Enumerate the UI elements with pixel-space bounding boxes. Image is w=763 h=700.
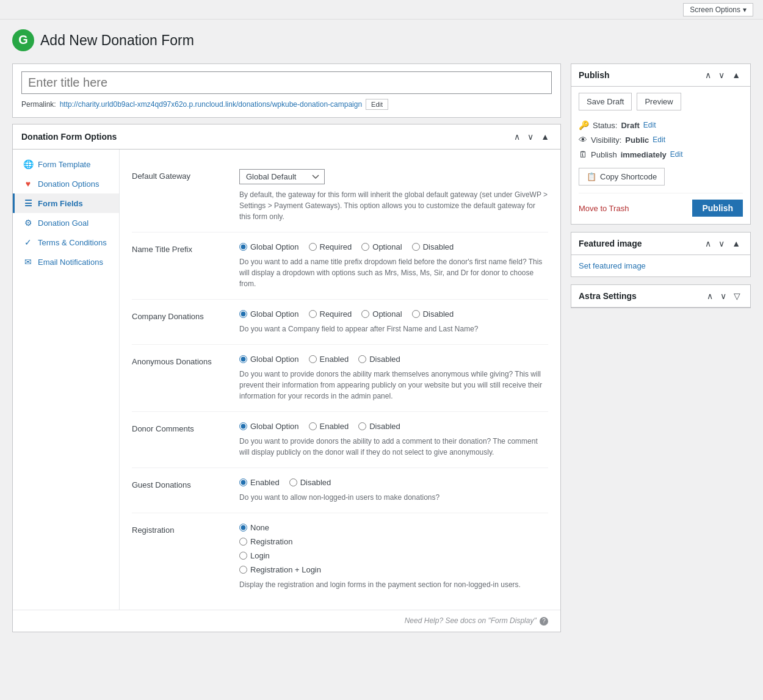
radio-disabled-cd[interactable]	[412, 310, 420, 318]
radio-option-global-option-dc[interactable]: Global Option	[239, 422, 299, 431]
radio-option-enabled-dc[interactable]: Enabled	[309, 422, 349, 431]
screen-options-button[interactable]: Screen Options ▾	[683, 3, 753, 16]
radio-disabled-ntp[interactable]	[412, 243, 420, 251]
default-gateway-select[interactable]: Global Default Stripe PayPal	[239, 169, 325, 184]
permalink-edit-button[interactable]: Edit	[366, 99, 388, 110]
radio-option-required-cd[interactable]: Required	[309, 309, 352, 319]
radio-option-login-reg[interactable]: Login	[239, 551, 548, 560]
featured-image-toggle-button[interactable]: ▲	[729, 237, 743, 250]
radio-global-option-dc[interactable]	[239, 422, 247, 430]
radio-group-name-title-prefix: Global Option Required Optional Disabled	[239, 242, 548, 251]
featured-image-panel: Featured image ∧ ∨ ▲ Set featured image	[571, 232, 751, 277]
radio-login-reg[interactable]	[239, 552, 247, 560]
company-donations-desc: Do you want a Company field to appear af…	[239, 323, 548, 334]
field-row-default-gateway: Default Gateway Global Default Stripe Pa…	[132, 159, 548, 233]
radio-group-guest-donations: Enabled Disabled	[239, 478, 548, 487]
sidebar-item-terms-conditions[interactable]: ✓ Terms & Conditions	[13, 233, 119, 252]
radio-registration-reg[interactable]	[239, 538, 247, 546]
astra-toggle-button[interactable]: ▽	[731, 290, 743, 302]
radio-option-global-option-ntp[interactable]: Global Option	[239, 242, 299, 251]
copy-shortcode-button[interactable]: 📋 Copy Shortcode	[579, 168, 665, 186]
astra-up-button[interactable]: ∧	[704, 290, 715, 302]
panel-collapse-up-button[interactable]: ∧	[512, 131, 523, 143]
left-column: WPKube Donation Campaign Permalink: http…	[12, 63, 561, 632]
featured-image-down-button[interactable]: ∨	[716, 237, 727, 250]
right-column: Publish ∧ ∨ ▲ Save Draft Preview 🔑 Statu…	[571, 63, 751, 632]
radio-option-optional-ntp[interactable]: Optional	[361, 242, 402, 251]
radio-required-ntp[interactable]	[309, 243, 317, 251]
sidebar-item-form-fields[interactable]: ☰ Form Fields	[13, 193, 119, 213]
radio-option-disabled-ntp[interactable]: Disabled	[412, 242, 454, 251]
radio-optional-ntp[interactable]	[361, 243, 369, 251]
donation-form-options-panel: Donation Form Options ∧ ∨ ▲ 🌐 Form Templ…	[12, 124, 561, 632]
radio-disabled-ad[interactable]	[358, 355, 366, 363]
publish-time-edit-link[interactable]: Edit	[670, 150, 683, 159]
publish-panel-title: Publish	[579, 70, 610, 80]
radio-disabled-dc[interactable]	[358, 422, 366, 430]
radio-option-disabled-ad[interactable]: Disabled	[358, 355, 400, 364]
svg-text:G: G	[18, 33, 28, 46]
radio-option-optional-cd[interactable]: Optional	[361, 309, 402, 319]
publish-panel-down-button[interactable]: ∨	[716, 69, 727, 81]
publish-time-row: 🗓 Publish immediately Edit	[579, 147, 743, 162]
donation-options-icon: ♥	[23, 179, 33, 189]
set-featured-image-link[interactable]: Set featured image	[579, 261, 646, 270]
radio-option-enabled-gd[interactable]: Enabled	[239, 478, 280, 487]
screen-options-label: Screen Options	[690, 5, 740, 14]
radio-option-disabled-gd[interactable]: Disabled	[289, 478, 331, 487]
status-edit-link[interactable]: Edit	[643, 121, 656, 129]
nav-label-email-notifications: Email Notifications	[38, 258, 103, 267]
radio-global-option-ntp[interactable]	[239, 243, 247, 251]
radio-option-disabled-cd[interactable]: Disabled	[412, 309, 454, 319]
sidebar-item-donation-goal[interactable]: ⚙ Donation Goal	[13, 213, 119, 233]
sidebar-item-donation-options[interactable]: ♥ Donation Options	[13, 174, 119, 193]
publish-panel-header: Publish ∧ ∨ ▲	[571, 64, 750, 87]
save-draft-button[interactable]: Save Draft	[579, 93, 632, 110]
radio-optional-cd[interactable]	[361, 310, 369, 318]
copy-icon: 📋	[587, 172, 596, 181]
radio-option-global-option-ad[interactable]: Global Option	[239, 355, 299, 364]
radio-enabled-dc[interactable]	[309, 422, 317, 430]
radio-enabled-gd[interactable]	[239, 478, 247, 486]
featured-image-header: Featured image ∧ ∨ ▲	[571, 233, 750, 255]
astra-settings-title: Astra Settings	[579, 291, 637, 301]
radio-option-global-option-cd[interactable]: Global Option	[239, 309, 299, 319]
radio-option-required-ntp[interactable]: Required	[309, 242, 352, 251]
astra-down-button[interactable]: ∨	[718, 290, 729, 302]
field-controls-company-donations: Global Option Required Optional Disabled	[239, 309, 548, 334]
featured-image-up-button[interactable]: ∧	[703, 237, 714, 250]
radio-none-reg[interactable]	[239, 524, 247, 532]
field-row-donor-comments: Donor Comments Global Option Enabled	[132, 412, 548, 468]
radio-required-cd[interactable]	[309, 310, 317, 318]
panel-collapse-down-button[interactable]: ∨	[525, 131, 536, 143]
visibility-edit-link[interactable]: Edit	[653, 135, 665, 144]
move-to-trash-link[interactable]: Move to Trash	[579, 204, 629, 213]
panel-body: 🌐 Form Template ♥ Donation Options ☰ For…	[13, 150, 560, 610]
radio-registration-login-reg[interactable]	[239, 566, 247, 574]
field-row-guest-donations: Guest Donations Enabled Disabled Do y	[132, 468, 548, 513]
radio-global-option-cd[interactable]	[239, 310, 247, 318]
field-controls-name-title-prefix: Global Option Required Optional Disabled	[239, 242, 548, 289]
panel-toggle-button[interactable]: ▲	[538, 131, 552, 143]
radio-option-none-reg[interactable]: None	[239, 523, 548, 532]
radio-option-registration-reg[interactable]: Registration	[239, 537, 548, 546]
publish-panel-up-button[interactable]: ∧	[703, 69, 714, 81]
radio-option-enabled-ad[interactable]: Enabled	[309, 355, 349, 364]
radio-option-disabled-dc[interactable]: Disabled	[358, 422, 400, 431]
radio-global-option-ad[interactable]	[239, 355, 247, 363]
radio-group-donor-comments: Global Option Enabled Disabled	[239, 422, 548, 431]
sidebar-item-email-notifications[interactable]: ✉ Email Notifications	[13, 252, 119, 272]
permalink-link[interactable]: http://charity.urld0b9acl-xmz4qd97x62o.p…	[60, 100, 362, 109]
radio-group-anonymous-donations: Global Option Enabled Disabled	[239, 355, 548, 364]
publish-panel-toggle-button[interactable]: ▲	[729, 69, 743, 81]
nav-label-form-fields: Form Fields	[38, 199, 83, 208]
sidebar-item-form-template[interactable]: 🌐 Form Template	[13, 154, 119, 174]
radio-disabled-gd[interactable]	[289, 478, 297, 486]
preview-button[interactable]: Preview	[637, 93, 681, 110]
publish-button[interactable]: Publish	[692, 200, 743, 217]
form-title-input[interactable]: WPKube Donation Campaign	[21, 71, 552, 94]
radio-enabled-ad[interactable]	[309, 355, 317, 363]
field-label-registration: Registration	[132, 523, 230, 590]
radio-option-registration-login-reg[interactable]: Registration + Login	[239, 565, 548, 574]
title-box: WPKube Donation Campaign Permalink: http…	[12, 63, 561, 118]
